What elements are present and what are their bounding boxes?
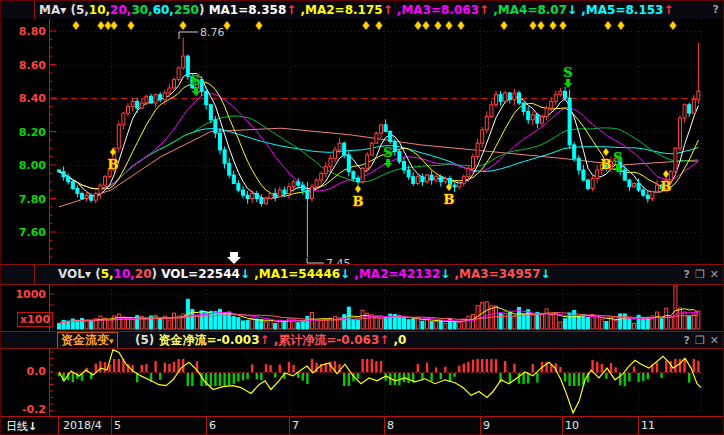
fund-indicator-selector[interactable]: 资金流变▾	[57, 332, 118, 349]
help-icon[interactable]: ?	[684, 334, 690, 347]
axis-separator	[638, 417, 639, 435]
fund-header-segment: ↑	[379, 333, 389, 347]
axis-month-label: 11	[641, 419, 655, 432]
price-tick-label: 8.00	[6, 159, 46, 172]
sell-arrow-down-icon	[564, 79, 573, 88]
axis-separator	[289, 417, 290, 435]
vol-header-segment: VOL=22544	[161, 267, 240, 281]
event-diamond-icon	[98, 21, 105, 30]
axis-month-label: 7	[292, 419, 299, 432]
price-tick-label: 8.20	[6, 126, 46, 139]
vol-header-segment: ,MA3=34957	[450, 267, 540, 281]
fund-header-segment: (5)	[135, 333, 159, 347]
axis-separator	[480, 417, 481, 435]
sell-signal-marker: S	[191, 73, 200, 88]
axis-month-label: 2018/4	[63, 419, 102, 432]
sell-signal-marker: S	[613, 150, 622, 165]
ma-indicator-header: MA▾ (5,10,20,30,60,250) MA1=8.358↑ ,MA2=…	[1, 1, 724, 19]
ma-header-segment: ↑	[479, 3, 489, 17]
volume-chart[interactable]	[1, 285, 724, 331]
price-tick-label: 7.60	[6, 226, 46, 239]
panel-splitter-arrow-icon[interactable]	[227, 252, 241, 264]
event-diamond-icon	[530, 21, 537, 30]
event-diamond-icon	[435, 21, 442, 30]
sell-arrow-down-icon	[384, 159, 393, 168]
vol-header-segment: )	[152, 267, 162, 281]
high-price-annotation: 8.76	[200, 26, 225, 39]
event-diamond-icon	[423, 21, 430, 30]
fund-header-segment: ↑	[260, 333, 270, 347]
event-diamond-icon	[224, 21, 231, 30]
buy-signal-marker: B	[108, 157, 119, 172]
price-tick-label: 7.80	[6, 193, 46, 206]
help-icon[interactable]: ?	[684, 268, 690, 281]
buy-signal-marker: B	[444, 192, 455, 207]
vol-header-segment: VOL	[58, 267, 85, 281]
vol-header-segment: ↓	[540, 267, 550, 281]
ma-header-segment: MA1=8.358	[209, 3, 287, 17]
candlestick-chart[interactable]: BSBSBSBSB8.767.45	[1, 19, 724, 264]
close-icon[interactable]: ✕	[710, 334, 719, 347]
header-divider	[34, 265, 35, 284]
header-divider	[34, 1, 35, 19]
axis-separator	[384, 417, 385, 435]
sell-signal-marker: S	[383, 145, 392, 160]
maximize-icon[interactable]: ❐	[695, 334, 705, 347]
help-icon[interactable]: ?	[713, 3, 719, 17]
fund-header-segment: ,累计净流=-0.063	[270, 333, 380, 347]
fund-flow-chart[interactable]	[1, 349, 724, 416]
ma-header-segment: 30,	[131, 3, 152, 17]
maximize-icon[interactable]: ❐	[695, 268, 705, 281]
fund-window-buttons: ?❐✕	[679, 333, 719, 348]
ma-header-segment: ↑	[286, 3, 296, 17]
ma-header-segment: ▾	[60, 3, 70, 17]
ma-header-segment: 60,	[153, 3, 174, 17]
event-diamond-icon	[550, 21, 557, 30]
ma-indicator-selector[interactable]: MA▾ (5,10,20,30,60,250) MA1=8.358↑ ,MA2=…	[39, 1, 674, 19]
vol-header-segment: ,MA2=42132	[350, 267, 440, 281]
buy-signal-marker: B	[661, 179, 672, 194]
vol-indicator-selector[interactable]: VOL▾ (5,10,20) VOL=22544↓ ,MA1=54446↓ ,M…	[58, 265, 551, 283]
period-selector[interactable]: 日线↓	[6, 419, 37, 434]
vol-window-buttons: ?❐✕	[679, 267, 719, 282]
fund-indicator-header: 资金流变▾ (5) 资金净流=-0.003↑ ,累计净流=-0.063↑ ,0 …	[1, 332, 724, 349]
ma-header-segment: ,MA5=8.153	[577, 3, 663, 17]
axis-month-label: 8	[387, 419, 394, 432]
time-axis-row: 日线↓ 2018/4567891011	[1, 417, 724, 435]
event-diamond-icon	[415, 21, 422, 30]
event-diamond-icon	[446, 21, 453, 30]
ma-header-segment: ,MA4=8.07	[489, 3, 567, 17]
ma-header-segment: ,MA3=8.063	[393, 3, 479, 17]
ma-header-segment: 20,	[110, 3, 131, 17]
stock-chart-window: MA▾ (5,10,20,30,60,250) MA1=8.358↑ ,MA2=…	[0, 0, 724, 435]
vol-header-segment: ▾	[85, 267, 95, 281]
ma-header-segment: 5,	[76, 3, 89, 17]
buy-diamond-icon	[663, 170, 669, 178]
arrow-down-icon: ↓	[28, 420, 37, 433]
fund-selector-label: 资金流变	[61, 333, 109, 347]
fund-values-row: (5) 资金净流=-0.003↑ ,累计净流=-0.063↑ ,0	[135, 331, 406, 349]
buy-diamond-icon	[603, 148, 609, 156]
low-price-annotation: 7.45	[326, 257, 351, 264]
vol-header-segment: 20	[135, 267, 152, 281]
event-diamond-icon	[180, 21, 187, 30]
sell-signal-marker: S	[563, 65, 572, 80]
event-diamond-icon	[73, 21, 80, 30]
event-diamond-icon	[560, 21, 567, 30]
event-diamond-icon	[605, 21, 612, 30]
ma-header-segment: ,MA2=8.175	[296, 3, 382, 17]
chevron-down-icon: ▾	[109, 336, 114, 346]
fund-header-segment: ,0	[389, 333, 406, 347]
ma-header-segment: ↓	[567, 3, 577, 17]
ma-header-segment: 250	[174, 3, 199, 17]
axis-month-label: 6	[209, 419, 216, 432]
close-icon[interactable]: ✕	[710, 268, 719, 281]
vol-axis-label: 1000	[6, 288, 46, 301]
fund-zero-label: 0.0	[6, 365, 46, 378]
axis-month-label: 5	[114, 419, 121, 432]
ma-header-segment: MA	[39, 3, 60, 17]
fund-min-label: -0.2	[6, 403, 46, 416]
event-diamond-icon	[501, 21, 508, 30]
ma-header-segment: )	[199, 3, 209, 17]
vol-indicator-header: VOL▾ (5,10,20) VOL=22544↓ ,MA1=54446↓ ,M…	[1, 265, 724, 284]
